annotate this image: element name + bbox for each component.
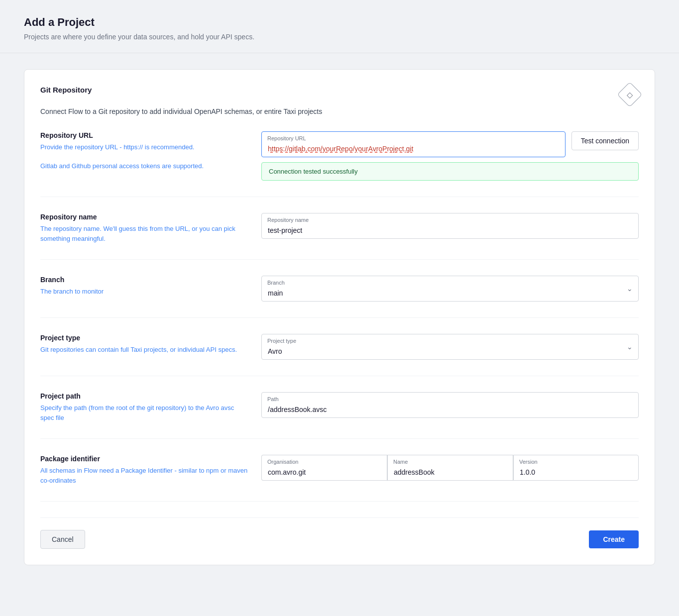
page-title: Add a Project [24,16,655,29]
repo-url-label: Repository URL [40,131,249,139]
card-title: Git Repository [40,86,92,94]
organisation-input[interactable] [261,455,387,481]
branch-label: Branch [40,276,249,284]
project-type-select-wrap: Project type Avro OpenAPI Taxi ⌄ [261,334,639,360]
branch-row: Branch The branch to monitor Branch main… [40,276,639,318]
project-type-row: Project type Git repositories can contai… [40,334,639,376]
repo-url-hint2: Gitlab and Github personal access tokens… [40,161,249,171]
branch-hint: The branch to monitor [40,287,249,297]
project-path-hint: Specify the path (from the root of the g… [40,403,249,422]
project-type-label: Project type [40,334,249,342]
version-input[interactable] [513,455,639,481]
organisation-field: Organisation [261,455,387,481]
create-button[interactable]: Create [589,530,639,548]
page-subtitle: Projects are where you define your data … [24,33,655,41]
project-type-select[interactable]: Avro OpenAPI Taxi [261,334,639,360]
cancel-button[interactable]: Cancel [40,530,85,549]
project-path-row: Project path Specify the path (from the … [40,392,639,439]
version-field: Version [513,455,639,481]
git-repository-card: Git Repository ◇ Connect Flow to a Git r… [24,69,655,565]
repo-url-input[interactable] [261,131,566,157]
form-actions: Cancel Create [40,517,639,549]
repo-name-label: Repository name [40,213,249,221]
git-icon: ◇ [617,82,643,107]
project-type-hint: Git repositories can contain full Taxi p… [40,345,249,355]
repo-name-input[interactable] [261,213,639,239]
package-identifier-row: Package identifier All schemas in Flow n… [40,455,639,502]
branch-select[interactable]: main master develop [261,276,639,302]
branch-select-wrap: Branch main master develop ⌄ [261,276,639,302]
package-fields: Organisation Name Version [261,455,639,481]
repository-name-row: Repository name The repository name. We'… [40,213,639,260]
package-identifier-hint: All schemas in Flow need a Package Ident… [40,466,249,485]
test-connection-button[interactable]: Test connection [571,131,639,150]
repository-url-row: Repository URL Provide the repository UR… [40,131,639,197]
name-field: Name [387,455,513,481]
connection-success-banner: Connection tested successfully [261,162,639,181]
name-input[interactable] [387,455,513,481]
package-identifier-label: Package identifier [40,455,249,463]
repo-url-hint1: Provide the repository URL - https:// is… [40,142,249,152]
project-path-input[interactable] [261,392,639,418]
repo-name-hint: The repository name. We'll guess this fr… [40,224,249,243]
project-path-label: Project path [40,392,249,400]
card-description: Connect Flow to a Git repository to add … [40,107,639,115]
